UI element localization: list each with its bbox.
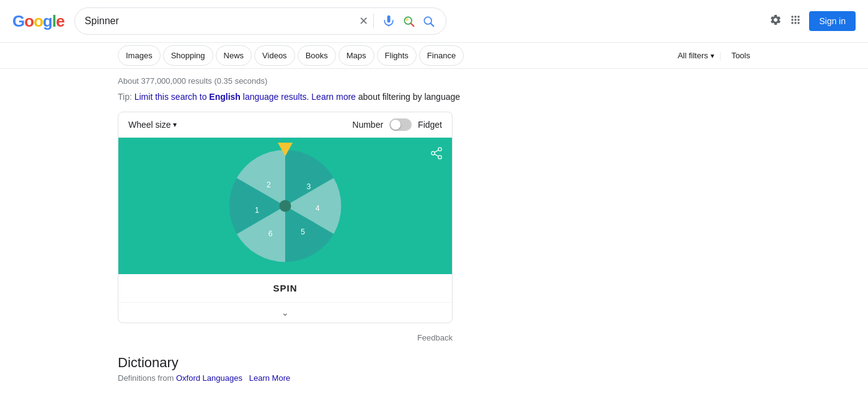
- toggle-knob: [391, 120, 401, 130]
- fidget-label: Fidget: [418, 120, 442, 130]
- widget-toolbar: Wheel size ▾ Number Fidget: [118, 112, 452, 138]
- lens-icon[interactable]: [401, 14, 416, 29]
- chevron-down-icon: ▾: [711, 51, 714, 60]
- sign-in-button[interactable]: Sign in: [809, 11, 856, 31]
- settings-icon[interactable]: [769, 14, 782, 29]
- svg-point-5: [438, 148, 442, 151]
- svg-text:6: 6: [268, 229, 273, 238]
- definitions-from-label: Definitions from: [118, 373, 174, 383]
- search-bar-wrapper: ✕: [74, 7, 446, 35]
- tip-line: Tip: Limit this search to English langua…: [118, 92, 750, 102]
- wheel-size-button[interactable]: Wheel size ▾: [128, 120, 177, 130]
- dictionary-title: Dictionary: [118, 355, 453, 371]
- share-icon[interactable]: [430, 146, 443, 162]
- svg-point-7: [438, 156, 442, 159]
- header: G o o g l e ✕: [0, 0, 868, 43]
- svg-text:4: 4: [316, 204, 320, 213]
- english-link[interactable]: English: [209, 92, 241, 102]
- spin-btn-area[interactable]: SPIN: [118, 274, 452, 303]
- logo-g: G: [12, 12, 24, 31]
- spinner-widget: Wheel size ▾ Number Fidget: [118, 112, 453, 323]
- number-label: Number: [352, 120, 383, 130]
- clear-icon[interactable]: ✕: [359, 14, 368, 28]
- nav-item-images[interactable]: Images: [118, 45, 161, 66]
- svg-point-10: [280, 200, 291, 212]
- svg-point-2: [405, 18, 409, 21]
- toolbar-right: Number Fidget: [352, 118, 442, 131]
- learn-more-dictionary-link[interactable]: Learn More: [249, 373, 290, 383]
- nav-bar: Images Shopping News Videos Books Maps F…: [0, 43, 868, 69]
- learn-more-link[interactable]: Learn more: [311, 92, 356, 102]
- results-count: About 377,000,000 results (0.35 seconds): [118, 76, 750, 86]
- nav-item-books[interactable]: Books: [298, 45, 336, 66]
- dictionary-source: Definitions from Oxford Languages Learn …: [118, 373, 453, 383]
- tools-button[interactable]: Tools: [732, 51, 750, 60]
- search-icon[interactable]: [421, 14, 436, 29]
- search-bar: ✕: [74, 7, 446, 35]
- svg-line-1: [410, 24, 414, 27]
- header-right: Sign in: [769, 11, 856, 31]
- svg-line-4: [430, 24, 433, 27]
- spinner-pointer: [278, 143, 293, 156]
- logo-e: e: [56, 12, 64, 31]
- logo-g2: g: [43, 12, 52, 31]
- apps-icon[interactable]: [789, 14, 802, 29]
- spinner-canvas[interactable]: 3 4 5 6 1 2: [118, 138, 452, 274]
- wheel-size-chevron-icon: ▾: [173, 120, 177, 129]
- chevron-expand-icon: ⌄: [281, 308, 289, 318]
- nav-item-finance[interactable]: Finance: [419, 45, 464, 66]
- svg-text:5: 5: [301, 228, 305, 236]
- spinner-wheel[interactable]: 3 4 5 6 1 2: [226, 147, 344, 265]
- dictionary-section: Dictionary Definitions from Oxford Langu…: [118, 355, 453, 383]
- feedback-link[interactable]: Feedback: [118, 333, 453, 342]
- language-results-link[interactable]: language results.: [243, 92, 309, 102]
- oxford-languages-link[interactable]: Oxford Languages: [176, 373, 242, 383]
- wheel-size-label: Wheel size: [128, 120, 170, 130]
- nav-item-videos[interactable]: Videos: [254, 45, 295, 66]
- logo-o1: o: [24, 12, 33, 31]
- svg-text:2: 2: [267, 180, 271, 189]
- nav-item-shopping[interactable]: Shopping: [163, 45, 213, 66]
- search-input[interactable]: [85, 16, 354, 27]
- svg-text:3: 3: [307, 182, 311, 191]
- expand-button[interactable]: ⌄: [118, 303, 452, 323]
- all-filters-label: All filters: [678, 51, 708, 60]
- spin-button[interactable]: SPIN: [273, 283, 297, 293]
- svg-line-8: [435, 154, 438, 156]
- svg-point-6: [432, 151, 435, 155]
- nav-item-news[interactable]: News: [216, 45, 252, 66]
- number-fidget-toggle[interactable]: [389, 118, 412, 131]
- svg-line-9: [435, 150, 438, 153]
- nav-item-maps[interactable]: Maps: [339, 45, 374, 66]
- mic-icon[interactable]: [381, 14, 396, 29]
- limit-search-link[interactable]: Limit this search to: [135, 92, 207, 102]
- svg-text:1: 1: [255, 206, 259, 215]
- nav-item-flights[interactable]: Flights: [377, 45, 417, 66]
- logo-o2: o: [33, 12, 43, 31]
- tip-rest: about filtering by language: [358, 92, 460, 102]
- google-logo[interactable]: G o o g l e: [12, 12, 64, 31]
- search-icons: [373, 14, 436, 29]
- results-area: About 377,000,000 results (0.35 seconds)…: [0, 69, 868, 390]
- all-filters-button[interactable]: All filters ▾: [678, 51, 714, 60]
- tip-label: Tip:: [118, 92, 132, 102]
